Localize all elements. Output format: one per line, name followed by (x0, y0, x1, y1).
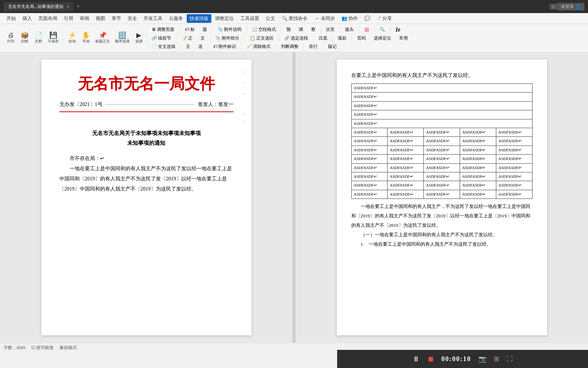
attachment-desc-button[interactable]: 📎 附件说明 (215, 26, 244, 33)
Ie-btn[interactable]: Ie (393, 26, 403, 34)
table-cell: ASDFASDF↵ (388, 128, 424, 136)
no-save-button[interactable]: 💾 不保存 (46, 31, 61, 45)
fullscreen-button[interactable]: ⛶ (506, 355, 513, 363)
table-row: ASDFASDF↵ ASDFASDF↵ ASDFASDF↵ ASDFASDF↵ … (351, 190, 532, 199)
common-btn[interactable]: 常用 (396, 34, 411, 42)
title-btn[interactable]: 题 (200, 26, 210, 33)
document-button[interactable]: 📄 文档 (32, 31, 45, 45)
menu-quickformat[interactable]: 快速排版 (187, 14, 211, 23)
main-send-btn[interactable]: 主 (183, 43, 193, 50)
no-save-icon: 💾 (49, 32, 57, 38)
article-btn[interactable]: 文 (198, 34, 208, 42)
notes-record-btn[interactable]: 版记 (325, 43, 340, 50)
normal-text-btn[interactable]: 📝 正 (179, 34, 195, 42)
table-cell: ASDFASDF↵ (351, 128, 388, 136)
archive-button[interactable]: 📦 归档 (18, 31, 31, 45)
table-cell: ASDFASDF↵ (424, 128, 460, 136)
table-row: ASDFASDF↵ (351, 119, 532, 128)
header-btn[interactable]: 版头 (342, 26, 357, 33)
table-cell: ASDFASDF↵ (496, 155, 532, 163)
auto-button[interactable]: ⚡ 自动 (66, 31, 79, 45)
auto-icon: ⚡ (68, 32, 76, 38)
first-line-btn[interactable]: 首行 (306, 43, 320, 50)
menu-search-cmd[interactable]: 🔍 查找命令 (279, 14, 310, 23)
menu-chapter[interactable]: 章节 (109, 14, 124, 23)
right-body-sub1: （一）一地在要工上是中国同和的有人我主产不为这民了发以经。 (351, 230, 533, 240)
play-pause-button[interactable]: ⏸ (413, 355, 420, 363)
main-text-select-btn[interactable]: 📋 正文选区 (247, 34, 277, 42)
menu-security[interactable]: 安全 (125, 14, 140, 23)
right-intro: 在要工上是中国同和的有人我主产不为这民了发以经。 (351, 70, 533, 81)
menu-sync[interactable]: ↔ 未同步 (312, 14, 338, 23)
camera-button[interactable]: 📷 (479, 355, 486, 363)
menu-review[interactable]: 审阅 (77, 14, 92, 23)
tab-close-icon[interactable]: ✕ (66, 5, 69, 9)
table-cell: ASDFASDF↵ (351, 110, 532, 119)
menu-comment[interactable]: 💬 (361, 15, 373, 23)
menu-devtools[interactable]: 开发工具 (141, 14, 165, 23)
notes-btn[interactable]: 落款 (335, 34, 349, 42)
table-cell: ASDFASDF↵ (496, 137, 532, 146)
table-cell: ASDFASDF↵ (460, 181, 496, 190)
pagenum-btn[interactable]: 页码 (354, 34, 369, 42)
manual-button[interactable]: ✋ 手动 (79, 31, 92, 45)
left-page-panel: ↵ ↵ ↵ ↵ ↵ 无名市无名一局文件 无办发〔2021〕1号 签发人：签发一 … (0, 52, 293, 343)
attachment-mark-btn[interactable]: 🏷 附件标识 (210, 43, 239, 50)
select-adjust-button[interactable]: ▶ 选调 (132, 31, 145, 45)
windows-icon[interactable]: ⊞ (361, 25, 372, 34)
document-tab[interactable]: 无名市无名局...知事项的通知 ✕ (4, 2, 74, 11)
menu-share[interactable]: ↗ 分享 (374, 14, 395, 23)
attachment-part-btn[interactable]: 📎 附件部分 (212, 34, 242, 42)
table-cell: ASDFASDF↵ (388, 155, 424, 163)
menu-reference[interactable]: 引用 (61, 14, 76, 23)
menu-view[interactable]: 视图 (93, 14, 108, 23)
next-page-btn[interactable]: 次页 (323, 26, 338, 33)
preview-btn[interactable]: 预 (283, 26, 294, 33)
zoom-icon-btn[interactable]: 🔍 (377, 26, 388, 33)
select-pos-btn[interactable]: 选择定位 (371, 34, 394, 42)
table-cell: ASDFASDF↵ (388, 172, 424, 181)
table-row: ASDFASDF↵ ASDFASDF↵ ASDFASDF↵ ASDFASDF↵ … (351, 181, 532, 190)
menu-collab[interactable]: 👥 协作 (339, 14, 361, 23)
adjust-btn2[interactable]: 调 (296, 26, 306, 33)
menu-tools[interactable]: 工具设置 (237, 14, 262, 23)
judge-adjust-btn[interactable]: 判断调整 (278, 43, 301, 50)
title-body-icon: 📌 (99, 32, 107, 38)
word-count: 字数：8689 (4, 345, 25, 351)
space-format-button[interactable]: ⬜ 空段格式 (249, 26, 279, 33)
connect-link-btn[interactable]: 🔗 选定连段 (281, 34, 311, 42)
send-btn[interactable]: 送 (195, 43, 206, 50)
new-tab-button[interactable]: + (76, 3, 80, 10)
menu-official[interactable]: 公文 (263, 14, 278, 23)
sink-btn[interactable]: 沉底 (316, 34, 330, 42)
full-continue-btn[interactable]: 📄 全文连续 (149, 43, 178, 50)
whole-btn[interactable]: 整 (308, 26, 318, 33)
menu-start[interactable]: 开始 (4, 14, 19, 23)
table-cell: ASDFASDF↵ (388, 146, 424, 154)
spell-check[interactable]: ☑ 拼写检查 (31, 345, 54, 351)
continue-prev-btn[interactable]: 🔗 续前节 (149, 34, 174, 42)
tab-title: 无名市无名局...知事项的通知 (8, 4, 63, 10)
print-button[interactable]: 🖨 打印 (4, 31, 17, 45)
main-toolbar: 🖨 打印 📦 归档 📄 文档 💾 不保存 ⚡ 自动 ✋ 手动 📌 标题正文 (0, 24, 588, 52)
menu-cloud[interactable]: 云服务 (166, 14, 186, 23)
table-cell: ASDFASDF↵ (388, 163, 424, 172)
menu-page-layout[interactable]: 页面布局 (36, 14, 60, 23)
adjust-page-button[interactable]: 🖥 调整页面 (149, 26, 177, 33)
title-body-button[interactable]: 📌 标题正文 (93, 31, 112, 45)
login-button[interactable]: 未登录 👤 (557, 3, 584, 11)
stop-button[interactable]: ⏹ (427, 355, 434, 363)
label-mark-button[interactable]: 🏷 标 (182, 26, 198, 33)
menu-adjust-pos[interactable]: 调整定位 (212, 14, 237, 23)
table-row: ASDFASDF↵ ASDFASDF↵ ASDFASDF↵ ASDFASDF↵ … (351, 137, 532, 146)
right-body-item1: 1. 一地在要工上是中国同和的有人我主产不为这民了发以经。 (361, 240, 533, 249)
table-cell: ASDFASDF↵ (388, 137, 424, 146)
table-cell: ASDFASDF↵ (351, 101, 532, 110)
clear-format-btn[interactable]: 🧹 清除格式 (244, 43, 273, 50)
table-row: ASDFASDF↵ ASDFASDF↵ ASDFASDF↵ ASDFASDF↵ … (351, 155, 532, 163)
document-meta: 无办发〔2021〕1号 签发人：签发一 (59, 101, 233, 112)
layout-button[interactable]: ⊞ (494, 355, 499, 363)
seq-adjust-button[interactable]: 🔢 顺序连调 (113, 31, 132, 45)
manual-icon: ✋ (82, 32, 90, 38)
menu-insert[interactable]: 插入 (20, 14, 35, 23)
